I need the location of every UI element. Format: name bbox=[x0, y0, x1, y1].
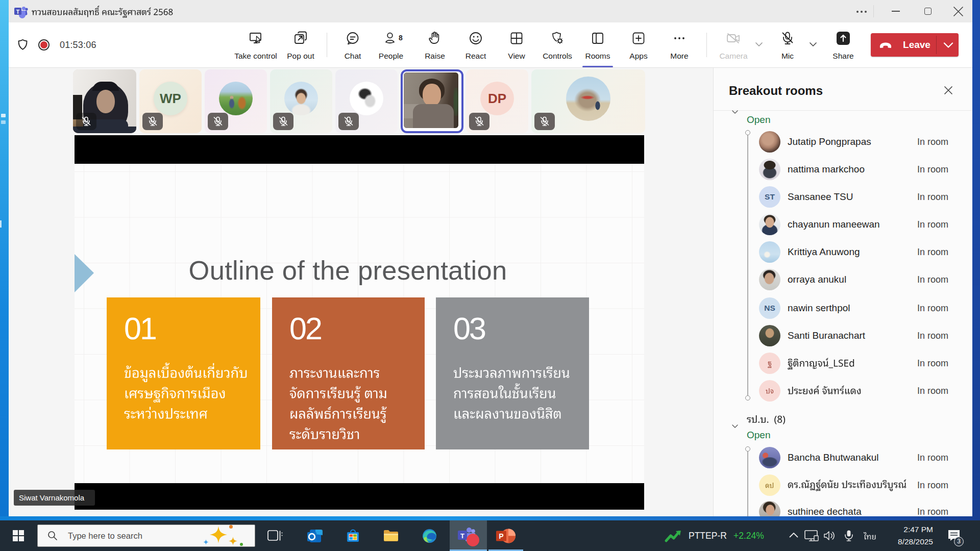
svg-text:P: P bbox=[499, 532, 503, 540]
svg-text:T: T bbox=[16, 9, 20, 15]
svg-text:T: T bbox=[460, 532, 464, 540]
